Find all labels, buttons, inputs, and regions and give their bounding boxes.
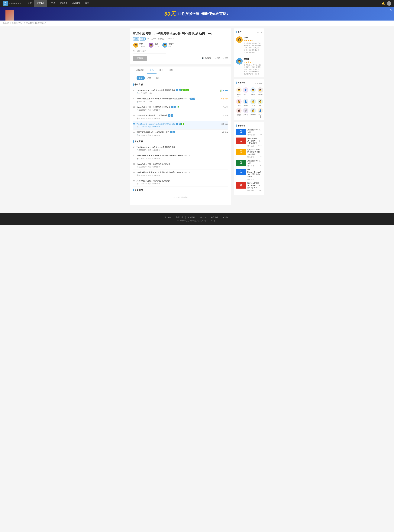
copy-icon-2[interactable]: ⎘ [174,106,176,108]
sidebar-teacher-1: 👨 宋利坚 ★★★★☆ 国内某重点大学安全工程专业硕士，国家一级注册消防工程师、… [236,58,262,75]
tab-catalog[interactable]: 目录 [147,67,156,74]
footer-agent[interactable]: 加盟代理 [174,216,186,219]
user-avatar[interactable] [387,1,391,6]
future-item-3: 04 Vue全家桶实战 从零独立开发企业级小米电商系统(免费升级Vue3.0) … [133,170,228,178]
rec-title-5: 玩转Java开发工具，精通JUC，成为开发多面手 [247,182,262,189]
rec-item-2[interactable]: 前端全栈 前端全栈加强版！前端全栈+全周期+多端应用 讲师: 岱田 ♟ 56 [236,149,262,158]
nav-news[interactable]: 新闻资讯 [57,0,70,7]
item-status-5[interactable]: 查看回放 [221,131,228,134]
refresh-classmates-button[interactable]: ↻ 换一换 [255,83,262,85]
edit-icon-0[interactable]: ✎ [176,89,178,91]
rec-item-4[interactable]: Vue后台 Vue Element+Node.js开发企业通用管理后台系统 讲师… [236,169,262,180]
edit-icon-2[interactable]: ✎ [171,106,173,108]
share-link[interactable]: ⤴ 分享 [223,57,228,59]
classmate-11[interactable]: 👤 qq_天蓬 [258,108,263,118]
copy-icon-1[interactable]: ⎘ [193,98,195,100]
main-container: 明星中教授课，小学阶段语法100分–强化级第1讲动词（一） 直播 录播 246人… [129,26,265,210]
sidebar-teacher-info-0: 罗静 ★★★★☆ 国内某重点大学安全工程专业硕士，国家一级注册消防工程师、注册安… [244,37,262,53]
footer-about[interactable]: 关于我们 [162,216,174,219]
item-time-4: 🕐 2020/02/26 周四 10:00-11:00 [136,126,221,128]
classmate-name-8: 小熊熊 [237,114,241,116]
nav-open[interactable]: 公开课 [47,0,57,7]
classmate-name-7: Bill [259,105,261,106]
item-num-3: 04 [133,114,136,116]
item-num-5: 06 [133,131,136,133]
classmate-7[interactable]: 👨 Bill [258,99,263,106]
footer-partner[interactable]: 合作伙伴 [197,216,209,219]
rec-teacher-3: 讲师: 冷峰 [247,165,254,167]
classmate-4[interactable]: 👩 1767** [236,99,242,106]
sidebar-teacher-avatar-1: 👨 [236,58,243,65]
teacher-avatar-1: 👩 [149,43,154,48]
history-title: 历史回顾 [133,189,228,191]
teacher-item-0: 👩 罗静 主讲老师 [133,43,145,48]
item-icons-3: ✎ ⎘ [168,114,173,117]
doc-icon-4[interactable]: 📄 [181,123,184,125]
item-status-1[interactable]: 即将开始 [221,97,228,100]
classmate-8[interactable]: 🐻 小熊熊 [236,108,242,118]
sidebar-teacher-desc-1: 国内某重点大学安全工程专业硕士，国家一级注册消防工程师、注册安全工程师、高级注册… [244,64,262,75]
classmate-1[interactable]: 👤 1567** [243,87,249,97]
edit-icon-5[interactable]: ✎ [170,131,172,133]
copy-icon-0[interactable]: ⎘ [179,89,181,91]
footer-sitemap[interactable]: 网站地图 [186,216,197,219]
nav-qa[interactable]: 问答社区 [70,0,83,7]
footer-jobs[interactable]: 招贤纳士 [220,216,232,219]
history-empty: 暂无历史回顾课程 [133,193,228,202]
rec-thumb-1: Java工具 [236,137,246,144]
edit-icon-1[interactable]: ✎ [190,98,193,100]
copy-icon-4[interactable]: ⎘ [179,123,181,125]
rec-info-1: 玩转Java开发工具，精通JUC，成为开发多面手 讲师: 王磊 ♟ 123 [247,137,262,147]
collect-link[interactable]: ☆ 收藏 [214,57,220,59]
rec-thumb-2: 前端全栈 [236,149,246,155]
subtab-interview[interactable]: 面接 [154,76,162,80]
rec-item-3[interactable]: 高级电商 高级电商全线系统大课 讲师: 冷峰 ♟ 40 [236,160,262,167]
banner-close-button[interactable]: ✕ [390,9,392,11]
tab-qa[interactable]: 问答 [166,67,176,74]
buy-button[interactable]: 已购买 [133,56,147,61]
classmate-2[interactable]: 👩 张小田 [250,87,256,97]
tab-review[interactable]: 评论 [156,67,166,74]
classmate-9[interactable]: 🐺 大笨狼 [243,108,249,118]
breadcrumb-series[interactable]: 新媒体营销系列 [12,22,23,24]
progress-bar [133,53,166,53]
item-main-2: 从Java后端到全栈、高级电商全栈系统大课 ✎ ⎘ 📄 🕐 2020/02/27… [136,106,223,111]
subtab-record[interactable]: 录播 [145,76,154,80]
classmate-6[interactable]: 👨 1867** [250,99,256,106]
tab-intro[interactable]: 课程介绍 [133,67,147,74]
live-item-2: 03 从Java后端到全栈、高级电商全栈系统大课 ✎ ⎘ 📄 🕐 [133,104,228,113]
teachers-prev-button[interactable]: ‹ [259,31,260,34]
classmate-3[interactable]: 👨 Charles [258,87,263,97]
rec-item-5[interactable]: Java工具 玩转Java开发工具，精通JUC，成为开发多面手 讲师: 岱田 ♟… [236,182,262,191]
item-status-4[interactable]: 查看回放 [221,123,228,125]
breadcrumb-home[interactable]: 发现课程 [3,22,9,24]
classmate-0[interactable]: 👩 化学教书... [236,87,242,97]
doc-icon-0[interactable]: 📄 [181,89,184,91]
rec-item-1[interactable]: Java工具 玩转Java开发工具，精通JUC，成为开发多面手 讲师: 王磊 ♟… [236,137,262,147]
subtab-live[interactable]: 直播 [136,76,145,80]
rec-item-0[interactable]: 高级电商 高级电商全线系统大课 讲师: 张小锋 ♟ 34 [236,129,262,136]
item-main-3: Java项目面试实操 提升大厂面试成功率 ✎ ⎘ 🕐 2020/02/26 周四… [136,114,223,120]
classmate-avatar-0: 👩 [236,87,242,93]
classmate-5[interactable]: 👤 1567** [243,99,249,106]
notification-icon[interactable]: 🔔 [382,2,385,5]
edit-icon-4[interactable]: ✎ [176,123,178,125]
doc-icon-2[interactable]: 📄 [177,106,179,108]
copy-icon-3[interactable]: ⎘ [171,114,173,117]
rec-info-0: 高级电商全线系统大课 讲师: 张小锋 ♟ 34 [247,129,262,136]
nav-more[interactable]: ... [91,0,98,7]
copy-icon-5[interactable]: ⎘ [172,131,175,133]
footer-disclaimer[interactable]: 免责声明 [209,216,220,219]
item-num-1: 02 [133,97,136,100]
item-status-0[interactable]: 📊 直播中 [220,89,228,92]
rec-thumb-4: Vue后台 [236,169,246,175]
classmate-10[interactable]: 👩 Summers [250,108,256,118]
nav-discover[interactable]: 发现课程 [34,0,47,7]
mobile-watch-link[interactable]: 📱 手机观看 [202,57,212,59]
item-title-2: 从Java后端到全栈、高级电商全栈系统大课 [136,106,171,109]
edit-icon-3[interactable]: ✎ [168,114,171,117]
nav-home[interactable]: 首页 [25,0,34,7]
nav-bank[interactable]: 题库 [83,0,91,7]
teachers-next-button[interactable]: › [261,31,262,34]
logo[interactable]: 云朵 课堂 yunduoketang.com [3,1,21,6]
